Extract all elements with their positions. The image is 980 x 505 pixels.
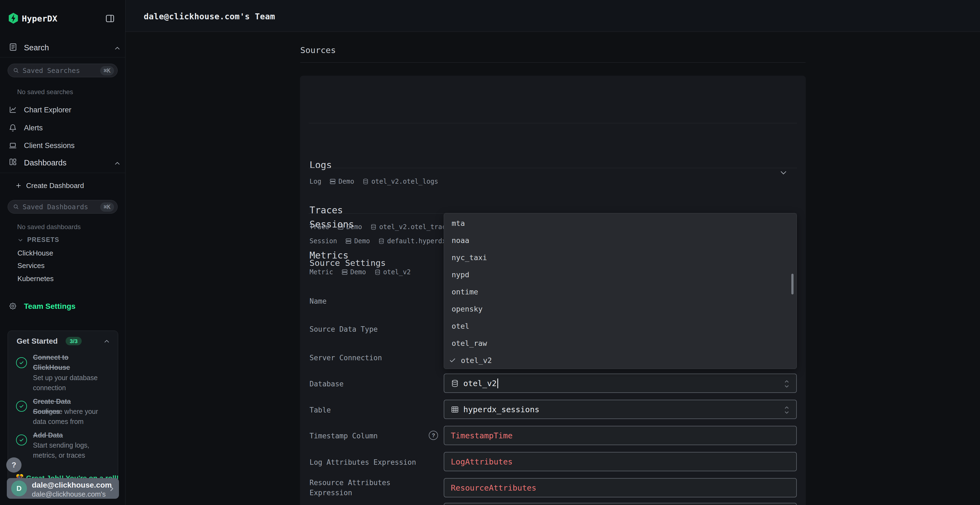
help-circle-icon[interactable]: ? <box>429 431 438 440</box>
user-menu[interactable]: D dale@clickhouse.com dale@clickhouse.co… <box>7 478 119 499</box>
source-type-label: Session <box>310 237 337 245</box>
timestamp-column-input[interactable]: TimestampTime <box>444 426 797 445</box>
chart-line-icon <box>9 106 17 114</box>
get-started-panel: Get Started 3/3 Connect to ClickHouse Se… <box>8 330 118 490</box>
log-attributes-input[interactable]: LogAttributes <box>444 452 797 471</box>
check-circle-icon <box>16 357 27 368</box>
select-chevrons-icon <box>783 404 790 416</box>
source-data-type-label: Source Data Type <box>310 324 377 334</box>
table-label: Table <box>310 405 331 415</box>
sidebar-item-alerts[interactable]: Alerts <box>0 120 126 135</box>
source-section-title: Logs <box>310 159 332 170</box>
sidebar-item-label: Client Sessions <box>24 141 75 150</box>
sidebar: HyperDX Search Saved Se <box>0 0 126 505</box>
log-attributes-value: LogAttributes <box>451 457 512 466</box>
database-dropdown: mta noaa nyc_taxi nypd ontime opensky ot… <box>444 213 797 369</box>
plus-icon <box>15 182 22 189</box>
connection-chip: Demo <box>341 268 366 276</box>
select-chevrons-icon <box>783 378 790 390</box>
server-connection-label: Server Connection <box>310 353 382 363</box>
dropdown-option[interactable]: otel_raw <box>444 335 797 352</box>
search-icon <box>13 67 19 74</box>
no-saved-dashboards-text: No saved dashboards <box>17 223 81 231</box>
connection-chip: Demo <box>329 178 354 185</box>
shortcut-badge: ⌘K <box>100 66 114 75</box>
presets-label: PRESETS <box>27 236 59 243</box>
preset-item-services[interactable]: Services <box>18 262 45 270</box>
source-section-title: Sessions <box>310 219 354 230</box>
topbar: dale@clickhouse.com's Team <box>126 0 980 32</box>
chevron-up-icon[interactable] <box>114 45 121 52</box>
hyperdx-logo-icon <box>8 13 19 24</box>
sidebar-section-dashboards-label: Dashboards <box>24 158 67 167</box>
create-dashboard-button[interactable]: Create Dashboard <box>15 180 119 191</box>
database-label: Database <box>310 379 344 389</box>
dropdown-option[interactable]: mta <box>444 215 797 232</box>
name-label: Name <box>310 296 327 306</box>
dashboard-grid-icon <box>9 158 17 166</box>
sidebar-divider <box>0 173 126 173</box>
source-section-meta: Log Demo otel_v2.otel_logs <box>310 177 438 186</box>
chevron-up-icon[interactable] <box>114 160 121 167</box>
source-section-meta: Metric Demo otel_v2 <box>310 268 411 276</box>
help-button[interactable]: ? <box>6 457 22 473</box>
get-started-title: Get Started <box>17 337 58 346</box>
chevron-right-icon <box>108 484 115 493</box>
sidebar-collapse-icon[interactable] <box>105 14 115 24</box>
next-input-partial <box>444 503 797 505</box>
resource-attributes-input[interactable]: ResourceAttributes <box>444 478 797 497</box>
search-journal-icon <box>9 43 18 51</box>
timestamp-column-label: Timestamp Column <box>310 431 377 441</box>
divider <box>300 62 805 63</box>
presets-header[interactable]: PRESETS <box>18 236 59 243</box>
saved-searches-input[interactable]: Saved Searches ⌘K <box>8 64 118 77</box>
log-attributes-label: Log Attributes Expression <box>310 457 416 467</box>
sidebar-item-chart-explorer[interactable]: Chart Explorer <box>0 102 126 118</box>
sidebar-section-search[interactable]: Search <box>0 43 126 56</box>
dropdown-option[interactable]: ontime <box>444 283 797 300</box>
chevron-down-icon <box>18 237 24 243</box>
sidebar-section-dashboards[interactable]: Dashboards <box>0 158 126 171</box>
get-started-item-description: Start sending logs, metrics, or traces <box>33 440 107 461</box>
sidebar-item-label: Alerts <box>24 124 43 132</box>
brand-name[interactable]: HyperDX <box>22 13 57 24</box>
sidebar-item-client-sessions[interactable]: Client Sessions <box>0 138 126 153</box>
team-settings-label: Team Settings <box>24 302 75 311</box>
avatar: D <box>11 481 27 496</box>
resource-attributes-value: ResourceAttributes <box>451 483 536 492</box>
divider <box>309 168 797 168</box>
dropdown-option[interactable]: opensky <box>444 300 797 318</box>
database-icon <box>451 379 459 387</box>
dropdown-option[interactable]: nyc_taxi <box>444 249 797 266</box>
saved-dashboards-input[interactable]: Saved Dashboards ⌘K <box>8 200 118 214</box>
dropdown-option[interactable]: nypd <box>444 266 797 283</box>
chevron-down-icon[interactable] <box>779 168 788 177</box>
gear-icon <box>9 302 17 310</box>
source-settings-heading: Source Settings <box>310 258 386 268</box>
get-started-progress-badge: 3/3 <box>65 337 82 345</box>
bell-icon <box>9 124 17 132</box>
sidebar-section-search-label: Search <box>24 43 49 52</box>
source-type-label: Log <box>310 178 321 185</box>
create-dashboard-label: Create Dashboard <box>26 181 84 190</box>
dropdown-option[interactable]: otel <box>444 318 797 335</box>
get-started-item-title: Connect to ClickHouse <box>33 353 97 373</box>
scrollbar-thumb[interactable] <box>791 274 794 294</box>
sidebar-item-label: Chart Explorer <box>24 106 71 114</box>
dropdown-option-selected[interactable]: otel_v2 <box>444 352 797 369</box>
check-circle-icon <box>16 435 27 445</box>
page-title: dale@clickhouse.com's Team <box>144 12 275 21</box>
database-select[interactable]: otel_v2 <box>444 373 797 393</box>
table-select[interactable]: hyperdx_sessions <box>444 400 797 419</box>
source-section-title: Traces <box>310 205 343 216</box>
connection-chip: Demo <box>345 237 370 245</box>
source-type-label: Metric <box>310 268 333 276</box>
timestamp-column-value: TimestampTime <box>451 431 512 440</box>
preset-item-kubernetes[interactable]: Kubernetes <box>18 275 54 283</box>
dropdown-option[interactable]: noaa <box>444 232 797 249</box>
team-settings-link[interactable]: Team Settings <box>0 300 126 315</box>
shortcut-badge: ⌘K <box>100 202 114 212</box>
preset-item-clickhouse[interactable]: ClickHouse <box>18 249 53 257</box>
database-value: otel_v2 <box>463 379 496 388</box>
chevron-up-icon[interactable] <box>103 338 110 345</box>
